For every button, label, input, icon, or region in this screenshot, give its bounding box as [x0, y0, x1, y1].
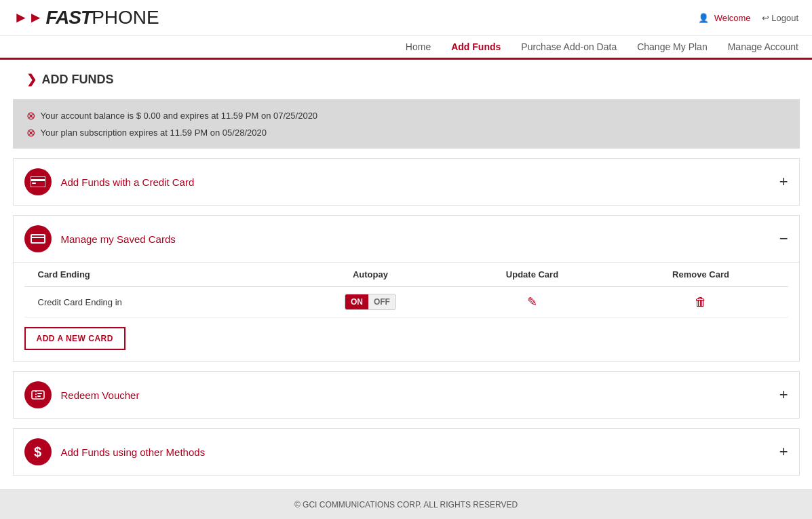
table-row: Credit Card Ending in ON OFF ✎ 🗑: [24, 287, 788, 318]
page-title: ❯ ADD FUNDS: [26, 72, 786, 87]
update-card-cell: ✎: [450, 287, 613, 318]
info-icon-2: ⊗: [26, 126, 35, 139]
svg-rect-3: [31, 235, 45, 243]
svg-rect-8: [37, 396, 41, 397]
chevron-right-icon: ❯: [26, 72, 37, 87]
section-voucher-header[interactable]: Redeem Voucher +: [14, 372, 799, 418]
section-voucher-left: Redeem Voucher: [24, 381, 140, 408]
svg-rect-5: [32, 391, 44, 399]
nav-change-plan[interactable]: Change My Plan: [637, 41, 708, 52]
card-ending-cell: Credit Card Ending in: [24, 287, 290, 318]
info-box: ⊗ Your account balance is $ 0.00 and exp…: [13, 100, 800, 149]
section-saved-cards-left: Manage my Saved Cards: [24, 225, 176, 252]
section-credit-card-header[interactable]: Add Funds with a Credit Card +: [14, 159, 799, 205]
page-title-bar: ❯ ADD FUNDS: [13, 60, 800, 100]
delete-card-icon[interactable]: 🗑: [695, 295, 707, 309]
svg-rect-2: [32, 182, 36, 184]
welcome-user: 👤 Welcome: [698, 13, 751, 23]
voucher-section-title: Redeem Voucher: [61, 389, 140, 401]
other-methods-icon: $: [24, 438, 52, 465]
top-bar: ►► FAST PHONE 👤 Welcome ↩ Logout: [0, 0, 812, 36]
section-saved-cards: Manage my Saved Cards − Card Ending Auto…: [13, 215, 800, 362]
svg-rect-7: [37, 393, 42, 394]
footer: © GCI COMMUNICATIONS CORP. ALL RIGHTS RE…: [0, 489, 812, 519]
section-credit-card: Add Funds with a Credit Card +: [13, 158, 800, 206]
nav-purchase-addon[interactable]: Purchase Add-on Data: [521, 41, 617, 52]
nav-manage-account[interactable]: Manage Account: [728, 41, 798, 52]
add-new-card-button[interactable]: ADD A NEW CARD: [24, 327, 125, 350]
dollar-sign-icon: $: [34, 444, 41, 460]
other-methods-section-title: Add Funds using other Methods: [61, 446, 206, 458]
info-line-2: ⊗ Your plan subscription expires at 11.5…: [26, 126, 786, 139]
user-icon: 👤: [698, 13, 709, 23]
saved-cards-table: Card Ending Autopay Update Card Remove C…: [24, 263, 788, 318]
col-header-card-ending: Card Ending: [24, 263, 290, 287]
svg-rect-0: [31, 176, 45, 187]
edit-card-icon[interactable]: ✎: [527, 295, 537, 309]
col-header-remove-card: Remove Card: [614, 263, 788, 287]
logo-phone-text: PHONE: [92, 7, 159, 28]
svg-rect-1: [31, 179, 45, 181]
col-header-update-card: Update Card: [450, 263, 613, 287]
section-other-methods-left: $ Add Funds using other Methods: [24, 438, 206, 465]
table-header-row: Card Ending Autopay Update Card Remove C…: [24, 263, 788, 287]
autopay-toggle[interactable]: ON OFF: [345, 294, 396, 310]
section-saved-cards-header[interactable]: Manage my Saved Cards −: [14, 216, 799, 262]
section-credit-card-left: Add Funds with a Credit Card: [24, 168, 195, 195]
info-icon-1: ⊗: [26, 109, 35, 122]
top-right-actions: 👤 Welcome ↩ Logout: [698, 13, 798, 23]
section-voucher: Redeem Voucher +: [13, 371, 800, 419]
logout-icon: ↩: [762, 13, 769, 23]
saved-cards-icon: [24, 225, 52, 252]
logo: ►► FAST PHONE: [14, 7, 159, 28]
section-other-methods: $ Add Funds using other Methods +: [13, 428, 800, 476]
voucher-expand-icon: +: [779, 386, 788, 404]
card-management-area: Card Ending Autopay Update Card Remove C…: [14, 262, 799, 361]
logo-fast-text: FAST: [46, 7, 92, 28]
logout-link[interactable]: ↩ Logout: [762, 13, 798, 23]
credit-card-expand-icon: +: [779, 173, 788, 191]
other-methods-expand-icon: +: [779, 443, 788, 461]
nav-bar: Home Add Funds Purchase Add-on Data Chan…: [0, 36, 812, 60]
logo-arrow-icon: ►►: [14, 9, 43, 26]
saved-cards-collapse-icon: −: [779, 230, 788, 248]
saved-cards-section-title: Manage my Saved Cards: [61, 233, 176, 245]
remove-card-cell: 🗑: [614, 287, 788, 318]
toggle-on-label: ON: [345, 294, 368, 309]
autopay-cell: ON OFF: [290, 287, 451, 318]
credit-card-section-title: Add Funds with a Credit Card: [61, 176, 195, 188]
toggle-off-label: OFF: [368, 294, 395, 309]
nav-add-funds[interactable]: Add Funds: [451, 41, 501, 52]
voucher-icon: [24, 381, 52, 408]
col-header-autopay: Autopay: [290, 263, 451, 287]
info-line-1: ⊗ Your account balance is $ 0.00 and exp…: [26, 109, 786, 122]
section-other-methods-header[interactable]: $ Add Funds using other Methods +: [14, 429, 799, 475]
credit-card-icon: [24, 168, 52, 195]
nav-home[interactable]: Home: [406, 41, 431, 52]
